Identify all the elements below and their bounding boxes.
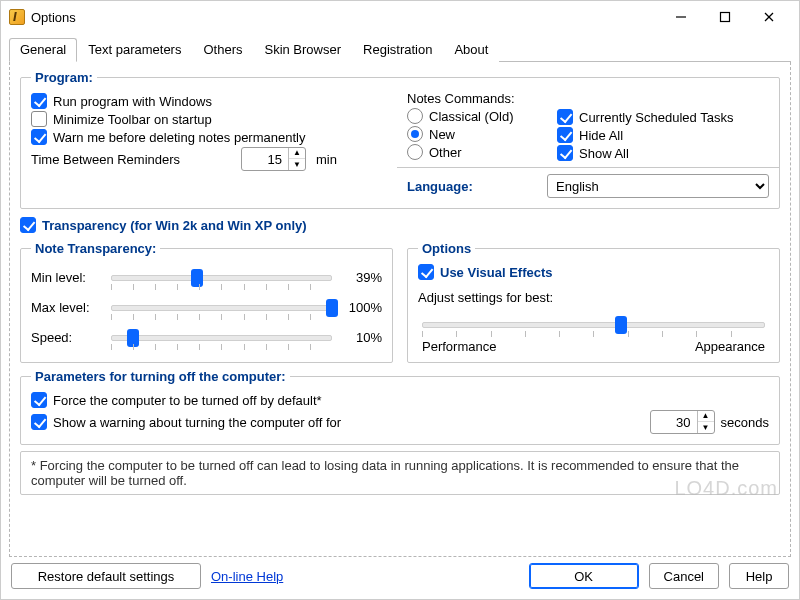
chk-transparency[interactable] [20,217,36,233]
rad-classical[interactable] [407,108,423,124]
lbl-force-off: Force the computer to be turned off by d… [53,393,322,408]
spin-up-icon-2[interactable]: ▲ [698,411,714,422]
group-footnote: * Forcing the computer to be turned off … [20,451,780,495]
chk-visual-effects[interactable] [418,264,434,280]
btn-cancel[interactable]: Cancel [649,563,719,589]
lbl-performance: Performance [422,339,496,354]
lbl-language: Language: [407,179,527,194]
tab-registration[interactable]: Registration [352,38,443,62]
tab-text-parameters[interactable]: Text parameters [77,38,192,62]
lbl-show-warning: Show a warning about turning the compute… [53,415,341,430]
chk-hide-all[interactable] [557,127,573,143]
select-language[interactable]: English [547,174,769,198]
group-shutdown: Parameters for turning off the computer:… [20,369,780,445]
slider-speed[interactable] [111,328,332,346]
lbl-adjust-best: Adjust settings for best: [418,290,769,305]
chk-scheduled-tasks[interactable] [557,109,573,125]
spin-reminder-input[interactable] [242,152,288,167]
slider-min-level[interactable] [111,268,332,286]
tab-skin-browser[interactable]: Skin Browser [253,38,352,62]
rad-other[interactable] [407,144,423,160]
chk-run-with-windows[interactable] [31,93,47,109]
btn-ok[interactable]: OK [529,563,639,589]
group-program: Program: Run program with Windows Minimi… [20,70,780,209]
lbl-new: New [429,127,455,142]
chk-show-all[interactable] [557,145,573,161]
lbl-speed: Speed: [31,330,101,345]
spin-warning-input[interactable] [651,415,697,430]
btn-help[interactable]: Help [729,563,789,589]
lbl-appearance: Appearance [695,339,765,354]
lbl-min-level: Min level: [31,270,101,285]
lbl-warn-delete: Warn me before deleting notes permanentl… [53,130,305,145]
lbl-visual-effects: Use Visual Effects [440,265,552,280]
spin-down-icon[interactable]: ▼ [289,159,305,170]
tab-strip: General Text parameters Others Skin Brow… [9,37,791,62]
slider-performance-appearance[interactable] [422,315,765,333]
lbl-classical: Classical (Old) [429,109,514,124]
chk-minimize-startup[interactable] [31,111,47,127]
slider-max-level[interactable] [111,298,332,316]
lbl-hide-all: Hide All [579,128,623,143]
val-min-level: 39% [342,270,382,285]
lbl-minimize-startup: Minimize Toolbar on startup [53,112,212,127]
lbl-max-level: Max level: [31,300,101,315]
lbl-reminder-unit: min [316,152,337,167]
minimize-button[interactable] [659,3,703,31]
lbl-footnote: * Forcing the computer to be turned off … [31,458,769,488]
chk-warn-delete[interactable] [31,129,47,145]
lbl-show-all: Show All [579,146,629,161]
tab-page-general: Program: Run program with Windows Minimi… [9,62,791,557]
maximize-button[interactable] [703,3,747,31]
svg-rect-1 [721,13,730,22]
lbl-run-with-windows: Run program with Windows [53,94,212,109]
lbl-reminder-interval: Time Between Reminders [31,152,231,167]
group-shutdown-legend: Parameters for turning off the computer: [31,369,290,384]
client-area: General Text parameters Others Skin Brow… [1,33,799,599]
spin-down-icon-2[interactable]: ▼ [698,422,714,433]
tab-others[interactable]: Others [192,38,253,62]
app-icon [9,9,25,25]
lbl-other: Other [429,145,462,160]
btn-restore-defaults[interactable]: Restore default settings [11,563,201,589]
tab-about[interactable]: About [443,38,499,62]
spin-reminder-interval[interactable]: ▲ ▼ [241,147,306,171]
window-title: Options [31,10,659,25]
lbl-transparency: Transparency (for Win 2k and Win XP only… [42,218,307,233]
group-visual-options-legend: Options [418,241,475,256]
spin-up-icon[interactable]: ▲ [289,148,305,159]
close-button[interactable] [747,3,791,31]
lbl-notes-commands: Notes Commands: [407,91,537,106]
lbl-scheduled-tasks: Currently Scheduled Tasks [579,110,733,125]
lbl-seconds-unit: seconds [721,415,769,430]
val-max-level: 100% [342,300,382,315]
spin-warning-seconds[interactable]: ▲ ▼ [650,410,715,434]
group-visual-options: Options Use Visual Effects Adjust settin… [407,241,780,363]
bottom-bar: Restore default settings On-line Help OK… [9,557,791,591]
group-note-transparency-legend: Note Transparency: [31,241,160,256]
tab-general[interactable]: General [9,38,77,62]
options-window: Options General Text parameters Others S… [0,0,800,600]
link-online-help[interactable]: On-line Help [211,569,283,584]
titlebar: Options [1,1,799,33]
group-program-legend: Program: [31,70,97,85]
chk-show-warning[interactable] [31,414,47,430]
val-speed: 10% [342,330,382,345]
rad-new[interactable] [407,126,423,142]
chk-force-off[interactable] [31,392,47,408]
group-note-transparency: Note Transparency: Min level: 39% Max le… [20,241,393,363]
